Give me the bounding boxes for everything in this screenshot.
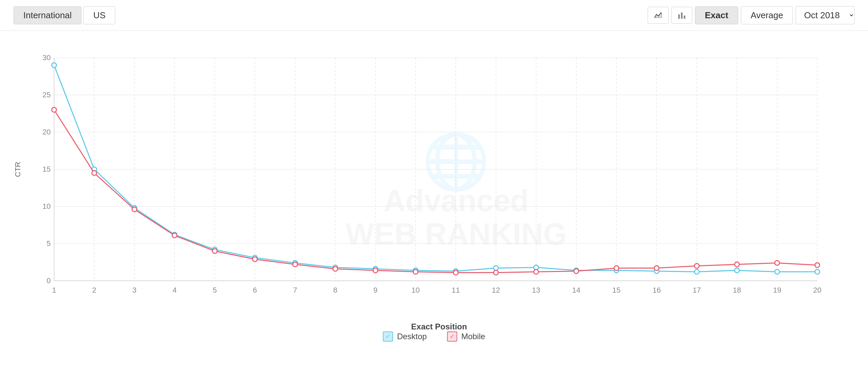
area-chart-button[interactable] [648,7,669,24]
exact-mode-button[interactable]: Exact [695,6,738,24]
legend-desktop: Desktop [383,331,427,342]
tab-us[interactable]: US [83,6,115,24]
svg-marker-0 [655,13,662,18]
legend-mobile: Mobile [447,331,485,342]
svg-rect-2 [681,13,683,19]
tab-international[interactable]: International [14,6,81,24]
svg-rect-1 [678,15,680,19]
mobile-checkbox[interactable] [447,331,457,342]
bar-chart-button[interactable] [671,7,692,24]
chart-area: 🌐 Advanced WEB RANKING CTR Exact Positio… [0,31,868,352]
svg-rect-3 [684,16,685,19]
tab-group: International US [14,6,115,24]
mobile-label: Mobile [461,332,485,341]
desktop-checkbox[interactable] [383,331,393,342]
desktop-label: Desktop [397,332,427,341]
toolbar: International US Exact Average Oct 2018 … [0,0,868,31]
line-chart [30,48,827,301]
date-selector[interactable]: Oct 2018 Sep 2018 Aug 2018 [796,6,854,24]
average-mode-button[interactable]: Average [741,6,793,24]
y-axis-label: CTR [14,162,22,177]
chart-container: CTR Exact Position [30,48,848,298]
chart-legend: Desktop Mobile [383,331,485,342]
toolbar-right: Exact Average Oct 2018 Sep 2018 Aug 2018 [648,6,854,24]
x-axis-label: Exact Position [411,322,467,331]
